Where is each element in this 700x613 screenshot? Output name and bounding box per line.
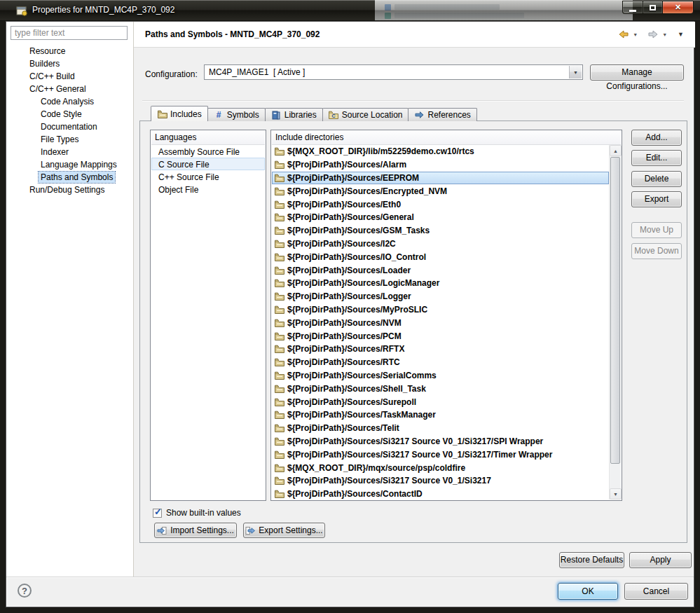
include-row[interactable]: ${ProjDirPath}/Sources/Logger [272, 290, 609, 303]
minimize-button[interactable] [622, 1, 643, 14]
include-row[interactable]: ${ProjDirPath}/Sources/RTC [272, 356, 609, 369]
include-row[interactable]: ${ProjDirPath}/Sources/IO_Control [272, 250, 609, 263]
include-row[interactable]: ${ProjDirPath}/Sources/RFTX [272, 343, 609, 356]
tab-source-location[interactable]: CSource Location [322, 108, 409, 121]
ok-button[interactable]: OK [558, 583, 618, 600]
tree-item-indexer[interactable]: Indexer [6, 146, 132, 158]
tree-item-language-mappings[interactable]: Language Mappings [6, 158, 132, 171]
include-row[interactable]: ${MQX_ROOT_DIR}/mqx/source/psp/coldfire [272, 461, 609, 474]
page-header: Paths and Symbols - MNTD_MC4P_370_092 ▼ … [134, 22, 695, 48]
tab-label: Libraries [284, 110, 317, 120]
include-row[interactable]: ${ProjDirPath}/Sources/LogicManager [272, 277, 609, 290]
window-titlebar[interactable]: Properties for MNTD_MC4P_370_092 ✕ [0, 0, 700, 21]
tree-item-label: Code Analysis [39, 96, 96, 107]
maximize-button[interactable] [643, 1, 662, 14]
configuration-combo[interactable]: MC4P_IMAGE1 [ Active ] ▼ [204, 64, 583, 80]
manage-configurations-button[interactable]: Manage Configurations... [590, 64, 684, 81]
tree-item-paths-and-symbols[interactable]: Paths and Symbols [6, 171, 132, 184]
include-row[interactable]: ${ProjDirPath}/Sources/Si3217 Source V0_… [272, 435, 609, 448]
cancel-button[interactable]: Cancel [624, 583, 688, 600]
include-row[interactable]: ${ProjDirPath}/Sources/Si3217 Source V0_… [272, 474, 609, 488]
include-row-label: ${ProjDirPath}/Sources/Si3217 Source V0_… [287, 476, 491, 485]
filter-input[interactable] [11, 26, 128, 40]
show-builtin-checkbox[interactable]: ✓ [153, 509, 162, 518]
export-button[interactable]: Export [631, 191, 682, 207]
language-item-c-source-file[interactable]: C++ Source File [151, 170, 265, 183]
include-folder-icon [157, 109, 167, 118]
include-row[interactable]: ${ProjDirPath}/Sources/Encrypted_NVM [272, 184, 609, 198]
include-row[interactable]: ${MQX_ROOT_DIR}/lib/m52259demo.cw10/rtcs [272, 145, 609, 158]
tree-item-file-types[interactable]: File Types [6, 133, 132, 146]
scroll-up-icon[interactable]: ▲ [610, 145, 622, 156]
include-folder-icon [275, 398, 284, 406]
header-nav-toolbar: ▼ ▼ ▼ [617, 22, 685, 47]
language-item-assembly-source-file[interactable]: Assembly Source File [151, 145, 265, 158]
import-settings-button[interactable]: Import Settings... [154, 523, 237, 538]
restore-defaults-button[interactable]: Restore Defaults [559, 552, 624, 568]
includes-list: ${MQX_ROOT_DIR}/lib/m52259demo.cw10/rtcs… [272, 145, 609, 500]
include-folder-icon [275, 279, 284, 287]
include-row[interactable]: ${ProjDirPath}/Sources/Si3217 Source V0_… [272, 448, 609, 461]
back-dropdown-icon[interactable]: ▼ [632, 31, 638, 39]
export-settings-button[interactable]: Export Settings... [243, 523, 325, 538]
include-row[interactable]: ${ProjDirPath}/Sources/Eth0 [272, 198, 609, 211]
include-row[interactable]: ${ProjDirPath}/Sources/Alarm [272, 158, 609, 172]
settings-nav-panel: ResourceBuildersC/C++ BuildC/C++ General… [6, 22, 134, 577]
apply-button[interactable]: Apply [629, 552, 692, 568]
tree-item-c-c-general[interactable]: C/C++ General [6, 83, 132, 95]
help-button[interactable]: ? [18, 584, 32, 598]
include-row[interactable]: ${ProjDirPath}/Sources/Shell_Task [272, 382, 609, 395]
include-row[interactable]: ${ProjDirPath}/Sources/SerialComms [272, 369, 609, 383]
language-item-c-source-file[interactable]: C Source File [151, 158, 265, 170]
close-button[interactable]: ✕ [662, 1, 694, 14]
tree-item-run-debug-settings[interactable]: Run/Debug Settings [6, 184, 132, 196]
include-row-label: ${ProjDirPath}/Sources/MyProSLIC [287, 305, 427, 315]
delete-button[interactable]: Delete [631, 171, 682, 187]
include-row[interactable]: ${ProjDirPath}/Sources/ContactID [272, 488, 609, 500]
tab-label: Source Location [342, 110, 403, 120]
include-row[interactable]: ${ProjDirPath}/Sources/I2C [272, 237, 609, 251]
view-menu-icon[interactable]: ▼ [676, 29, 685, 39]
include-row[interactable]: ${ProjDirPath}/Sources/Telit [272, 422, 609, 435]
combo-dropdown-icon[interactable]: ▼ [569, 66, 582, 78]
include-row[interactable]: ${ProjDirPath}/Sources/Surepoll [272, 395, 609, 408]
tree-item-resource[interactable]: Resource [6, 45, 132, 57]
tab-includes[interactable]: Includes [151, 106, 208, 121]
include-row[interactable]: ${ProjDirPath}/Sources/NVM [272, 316, 609, 329]
include-row[interactable]: ${ProjDirPath}/Sources/PCM [272, 329, 609, 343]
language-item-object-file[interactable]: Object File [151, 183, 265, 195]
include-folder-icon [275, 240, 284, 248]
include-row[interactable]: ${ProjDirPath}/Sources/EEPROM [272, 172, 609, 185]
include-row[interactable]: ${ProjDirPath}/Sources/General [272, 211, 609, 224]
include-row[interactable]: ${ProjDirPath}/Sources/GSM_Tasks [272, 224, 609, 237]
include-row[interactable]: ${ProjDirPath}/Sources/Loader [272, 263, 609, 277]
include-row-label: ${ProjDirPath}/Sources/Shell_Task [287, 384, 426, 394]
tree-item-label: Documentation [39, 121, 99, 132]
include-row-label: ${ProjDirPath}/Sources/LogicManager [287, 278, 439, 288]
tab-references[interactable]: References [408, 108, 476, 121]
include-row[interactable]: ${ProjDirPath}/Sources/MyProSLIC [272, 303, 609, 317]
language-item-label: Assembly Source File [158, 147, 240, 157]
forward-dropdown-icon[interactable]: ▼ [661, 31, 668, 39]
add-button[interactable]: Add... [631, 130, 682, 146]
tree-item-code-style[interactable]: Code Style [6, 108, 132, 120]
tree-item-label: C/C++ General [27, 83, 88, 95]
tree-item-label: Language Mappings [39, 159, 119, 170]
tree-item-c-c-build[interactable]: C/C++ Build [6, 70, 132, 83]
forward-button[interactable] [647, 29, 659, 40]
include-folder-icon [275, 319, 284, 327]
tab-libraries[interactable]: Libraries [265, 108, 323, 121]
tree-item-documentation[interactable]: Documentation [6, 120, 132, 133]
include-row-label: ${ProjDirPath}/Sources/Si3217 Source V0_… [287, 450, 552, 460]
tree-item-builders[interactable]: Builders [6, 57, 132, 70]
window-icon [16, 5, 27, 16]
scroll-down-icon[interactable]: ▼ [610, 488, 622, 500]
edit-button[interactable]: Edit... [631, 150, 682, 166]
tab-symbols[interactable]: #Symbols [207, 108, 266, 121]
include-row-label: ${MQX_ROOT_DIR}/mqx/source/psp/coldfire [287, 463, 465, 473]
vertical-scrollbar[interactable]: ▲ ▼ [609, 145, 621, 500]
include-row[interactable]: ${ProjDirPath}/Sources/TaskManager [272, 408, 609, 422]
back-button[interactable] [617, 29, 630, 40]
scrollbar-thumb[interactable] [610, 157, 620, 464]
tree-item-code-analysis[interactable]: Code Analysis [6, 95, 132, 108]
